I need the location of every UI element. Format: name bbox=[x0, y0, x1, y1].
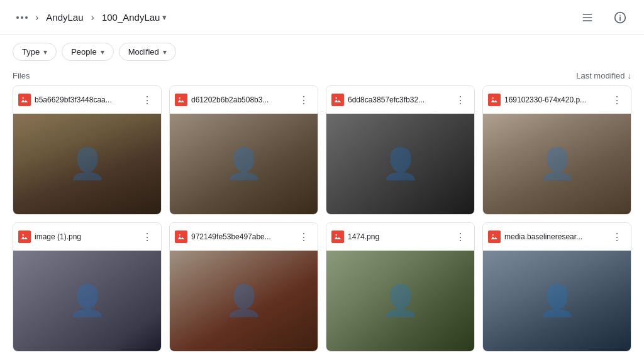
svg-rect-16 bbox=[177, 233, 185, 241]
item-thumbnail-8: 👤 bbox=[483, 251, 631, 351]
grid-item-7[interactable]: 1474.png ⋮ 👤 bbox=[326, 222, 475, 352]
filter-modified-caret: ▾ bbox=[163, 48, 167, 57]
item-header-2: d61202b6b2ab508b3... ⋮ bbox=[170, 86, 318, 114]
item-title-row-5: image (1).png bbox=[18, 231, 138, 243]
item-header-8: media.baselineresear... ⋮ bbox=[483, 223, 631, 251]
face-overlay-2: 👤 bbox=[170, 114, 318, 214]
file-type-icon-7 bbox=[331, 231, 344, 243]
item-name-8: media.baselineresear... bbox=[504, 232, 608, 241]
breadcrumb-100-andylau[interactable]: 100_AndyLau ▾ bbox=[98, 9, 171, 25]
item-header-3: 6dd8ca3857efc3fb32... ⋮ bbox=[326, 86, 474, 114]
filter-type[interactable]: Type ▾ bbox=[13, 43, 57, 61]
grid-item-2[interactable]: d61202b6b2ab508b3... ⋮ 👤 bbox=[169, 85, 318, 215]
svg-point-19 bbox=[336, 234, 337, 236]
sort-control[interactable]: Last modified ↓ bbox=[576, 71, 631, 80]
more-options-icon[interactable] bbox=[13, 13, 31, 23]
item-more-button-5[interactable]: ⋮ bbox=[138, 228, 156, 246]
files-header: Files Last modified ↓ bbox=[0, 68, 644, 85]
face-overlay-8: 👤 bbox=[483, 251, 631, 351]
item-title-row-4: 169102330-674x420.p... bbox=[488, 94, 608, 106]
sort-arrow: ↓ bbox=[628, 71, 632, 80]
grid-item-8[interactable]: media.baselineresear... ⋮ 👤 bbox=[482, 222, 631, 352]
item-thumbnail-2: 👤 bbox=[170, 114, 318, 214]
item-thumbnail-5: 👤 bbox=[13, 251, 161, 351]
svg-point-21 bbox=[492, 234, 494, 236]
item-name-1: b5a6629bf3f3448caa... bbox=[35, 95, 138, 104]
svg-point-17 bbox=[179, 234, 180, 236]
svg-rect-1 bbox=[583, 17, 592, 18]
item-thumbnail-3: 👤 bbox=[326, 114, 474, 214]
item-name-3: 6dd8ca3857efc3fb32... bbox=[348, 95, 452, 104]
breadcrumb-separator-1: › bbox=[34, 12, 40, 23]
filter-type-caret: ▾ bbox=[43, 48, 47, 57]
file-type-icon-5 bbox=[18, 231, 31, 243]
item-name-5: image (1).png bbox=[35, 232, 138, 241]
info-button[interactable] bbox=[609, 6, 631, 29]
item-header-6: 972149fe53be497abe... ⋮ bbox=[170, 223, 318, 251]
file-type-icon-1 bbox=[18, 94, 31, 106]
face-overlay-3: 👤 bbox=[326, 114, 474, 214]
svg-point-7 bbox=[23, 97, 24, 99]
item-more-button-8[interactable]: ⋮ bbox=[608, 228, 626, 246]
item-more-button-7[interactable]: ⋮ bbox=[452, 228, 469, 246]
svg-rect-14 bbox=[21, 233, 28, 241]
file-type-icon-2 bbox=[175, 94, 187, 106]
grid-item-5[interactable]: image (1).png ⋮ 👤 bbox=[13, 222, 162, 352]
file-type-icon-3 bbox=[331, 94, 344, 106]
top-bar-actions bbox=[576, 6, 631, 29]
grid-item-6[interactable]: 972149fe53be497abe... ⋮ 👤 bbox=[169, 222, 318, 352]
sort-label: Last modified bbox=[576, 71, 625, 80]
list-view-button[interactable] bbox=[576, 6, 599, 29]
svg-rect-2 bbox=[583, 20, 592, 21]
face-overlay-7: 👤 bbox=[326, 251, 474, 351]
item-more-button-3[interactable]: ⋮ bbox=[452, 91, 469, 109]
item-thumbnail-7: 👤 bbox=[326, 251, 474, 351]
svg-point-11 bbox=[336, 97, 337, 99]
item-name-6: 972149fe53be497abe... bbox=[191, 232, 295, 241]
face-overlay-1: 👤 bbox=[13, 114, 161, 214]
file-type-icon-6 bbox=[175, 231, 187, 243]
item-title-row-6: 972149fe53be497abe... bbox=[175, 231, 295, 243]
file-type-icon-8 bbox=[488, 231, 501, 243]
breadcrumb-andylau[interactable]: AndyLau bbox=[42, 9, 87, 25]
item-name-7: 1474.png bbox=[348, 232, 452, 241]
face-overlay-4: 👤 bbox=[483, 114, 631, 214]
svg-point-13 bbox=[492, 97, 494, 99]
item-title-row-3: 6dd8ca3857efc3fb32... bbox=[331, 94, 452, 106]
item-more-button-1[interactable]: ⋮ bbox=[138, 91, 156, 109]
item-header-5: image (1).png ⋮ bbox=[13, 223, 161, 251]
item-name-2: d61202b6b2ab508b3... bbox=[191, 95, 295, 104]
item-header-1: b5a6629bf3f3448caa... ⋮ bbox=[13, 86, 161, 114]
top-bar: › AndyLau › 100_AndyLau ▾ bbox=[0, 0, 644, 35]
grid-item-3[interactable]: 6dd8ca3857efc3fb32... ⋮ 👤 bbox=[326, 85, 475, 215]
grid-item-4[interactable]: 169102330-674x420.p... ⋮ 👤 bbox=[482, 85, 631, 215]
filter-modified-label: Modified bbox=[128, 47, 159, 57]
item-title-row-7: 1474.png bbox=[331, 231, 452, 243]
item-thumbnail-6: 👤 bbox=[170, 251, 318, 351]
filter-bar: Type ▾ People ▾ Modified ▾ bbox=[0, 35, 644, 68]
filter-people-caret: ▾ bbox=[101, 48, 104, 57]
item-header-4: 169102330-674x420.p... ⋮ bbox=[483, 86, 631, 114]
item-title-row-8: media.baselineresear... bbox=[488, 231, 608, 243]
face-overlay-6: 👤 bbox=[170, 251, 318, 351]
item-header-7: 1474.png ⋮ bbox=[326, 223, 474, 251]
filter-people[interactable]: People ▾ bbox=[62, 43, 113, 61]
file-type-icon-4 bbox=[488, 94, 501, 106]
breadcrumb-separator-2: › bbox=[90, 12, 96, 23]
svg-point-5 bbox=[619, 14, 621, 16]
svg-rect-20 bbox=[491, 233, 498, 241]
item-more-button-2[interactable]: ⋮ bbox=[295, 91, 313, 109]
files-grid: b5a6629bf3f3448caa... ⋮ 👤 d61202b6b2ab50… bbox=[0, 85, 644, 352]
filter-modified[interactable]: Modified ▾ bbox=[119, 43, 176, 61]
face-overlay-5: 👤 bbox=[13, 251, 161, 351]
files-section-label: Files bbox=[13, 71, 30, 80]
breadcrumb-nav: › AndyLau › 100_AndyLau ▾ bbox=[13, 9, 170, 25]
item-thumbnail-4: 👤 bbox=[483, 114, 631, 214]
grid-item-1[interactable]: b5a6629bf3f3448caa... ⋮ 👤 bbox=[13, 85, 162, 215]
item-more-button-6[interactable]: ⋮ bbox=[295, 228, 313, 246]
item-more-button-4[interactable]: ⋮ bbox=[608, 91, 626, 109]
item-name-4: 169102330-674x420.p... bbox=[504, 95, 608, 104]
svg-point-9 bbox=[179, 97, 180, 99]
filter-type-label: Type bbox=[22, 47, 40, 57]
svg-rect-18 bbox=[334, 233, 341, 241]
